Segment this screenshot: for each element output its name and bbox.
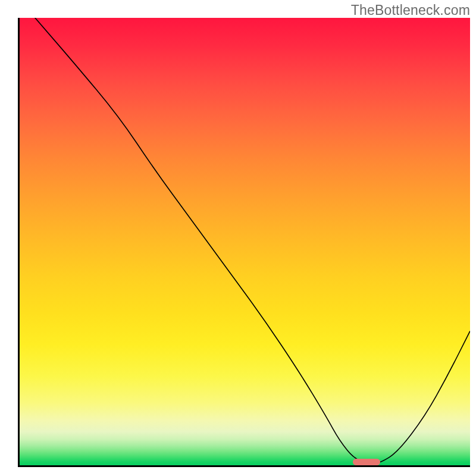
curve-path (20, 18, 470, 463)
plot-area (20, 18, 470, 465)
plot-frame (18, 18, 470, 467)
watermark-text: TheBottleneck.com (351, 2, 470, 18)
optimal-range-marker (353, 459, 380, 465)
bottleneck-curve (20, 18, 470, 465)
bottleneck-chart: TheBottleneck.com (0, 0, 476, 476)
